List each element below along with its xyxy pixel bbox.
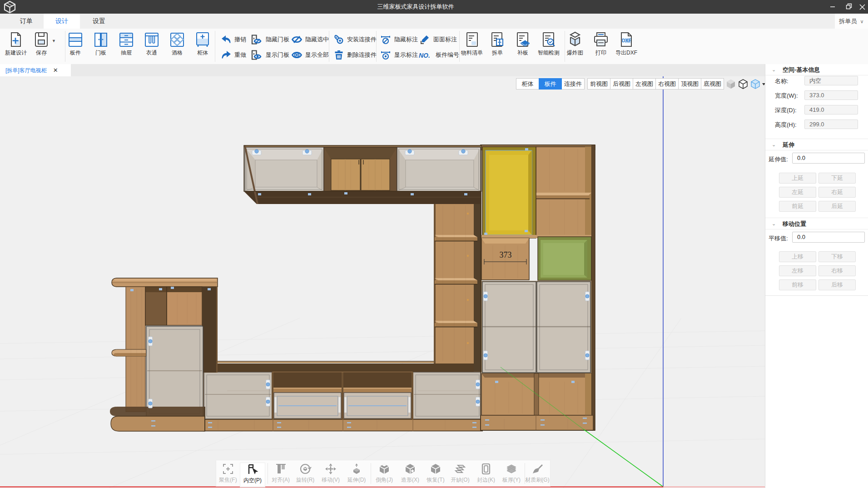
svg-text:DXF: DXF [622, 38, 632, 43]
svg-text:NO.: NO. [419, 52, 430, 59]
svg-text:373: 373 [500, 250, 512, 259]
